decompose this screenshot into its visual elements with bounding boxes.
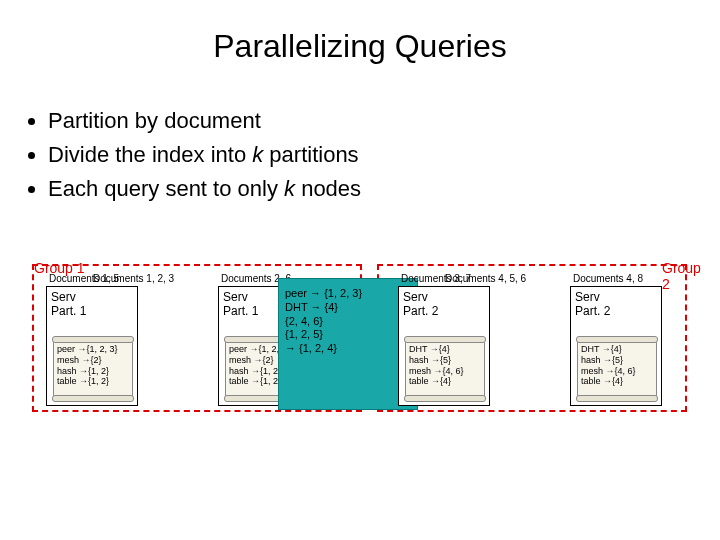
index-row: DHT →{4} xyxy=(581,344,653,355)
index-row: table →{1, 2} xyxy=(57,376,129,387)
center-row: peer → {1, 2, 3} xyxy=(285,287,411,301)
part-text: Part. 2 xyxy=(403,304,438,318)
part-text: Part. 1 xyxy=(223,304,258,318)
index-scroll: peer →{1, 2, 3} mesh →{2} hash →{1, 2} t… xyxy=(53,339,133,399)
center-overlay: peer → {1, 2, 3} DHT → {4} {2, 4, 6} {1,… xyxy=(278,278,418,410)
index-row: DHT →{4} xyxy=(409,344,481,355)
partition-panel-3: Documents 3, 7 Documents 4, 5, 6 Serv Pa… xyxy=(398,286,490,406)
index-row: peer →{1, 2, 3} xyxy=(57,344,129,355)
index-row: mesh →{4, 6} xyxy=(581,366,653,377)
doc-range: Documents 4, 5, 6 xyxy=(445,273,526,284)
serv-text: Serv xyxy=(51,290,76,304)
doc-label: Documents 4, 8 xyxy=(573,273,643,284)
partition-panel-4: Documents 4, 8 Serv Part. 2 DHT →{4} has… xyxy=(570,286,662,406)
bullet-item: Divide the index into k partitions xyxy=(48,139,720,171)
center-row: {1, 2, 5} xyxy=(285,328,411,342)
doc-range: Documents 1, 2, 3 xyxy=(93,273,174,284)
bullet-text: Divide the index into xyxy=(48,142,252,167)
index-row: hash →{5} xyxy=(581,355,653,366)
diagram-stage: Group 1 Group 2 Documents 1, 5 Documents… xyxy=(22,258,702,428)
group-2-label: Group 2 xyxy=(662,260,702,292)
index-row: mesh →{4, 6} xyxy=(409,366,481,377)
index-row: table →{4} xyxy=(409,376,481,387)
var-k: k xyxy=(284,176,295,201)
index-row: table →{4} xyxy=(581,376,653,387)
server-label: Serv Part. 2 xyxy=(571,287,661,319)
partition-panel-1: Documents 1, 5 Documents 1, 2, 3 Serv Pa… xyxy=(46,286,138,406)
serv-text: Serv xyxy=(403,290,428,304)
bullet-text: nodes xyxy=(295,176,361,201)
slide-title: Parallelizing Queries xyxy=(0,0,720,83)
part-text: Part. 1 xyxy=(51,304,86,318)
serv-text: Serv xyxy=(223,290,248,304)
index-row: mesh →{2} xyxy=(57,355,129,366)
var-k: k xyxy=(252,142,263,167)
bullet-list: Partition by document Divide the index i… xyxy=(0,105,720,205)
part-text: Part. 2 xyxy=(575,304,610,318)
bullet-item: Each query sent to only k nodes xyxy=(48,173,720,205)
server-label: Serv Part. 2 xyxy=(399,287,489,319)
index-scroll: DHT →{4} hash →{5} mesh →{4, 6} table →{… xyxy=(405,339,485,399)
index-row: hash →{1, 2} xyxy=(57,366,129,377)
bullet-item: Partition by document xyxy=(48,105,720,137)
bullet-text: Each query sent to only xyxy=(48,176,284,201)
server-label: Serv Part. 1 xyxy=(47,287,137,319)
center-row: → {1, 2, 4} xyxy=(285,342,411,356)
center-row: {2, 4, 6} xyxy=(285,315,411,329)
center-row: DHT → {4} xyxy=(285,301,411,315)
serv-text: Serv xyxy=(575,290,600,304)
bullet-text: partitions xyxy=(263,142,358,167)
index-scroll: DHT →{4} hash →{5} mesh →{4, 6} table →{… xyxy=(577,339,657,399)
index-row: hash →{5} xyxy=(409,355,481,366)
